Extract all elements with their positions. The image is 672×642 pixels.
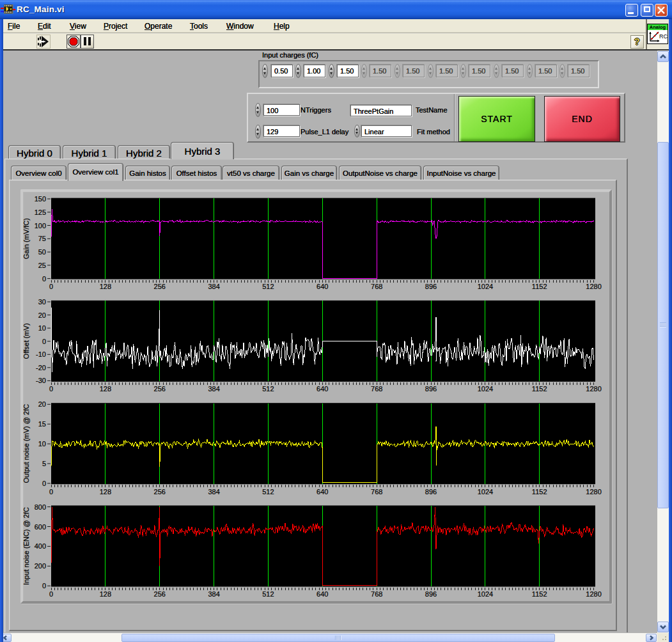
svg-text:384: 384 — [208, 488, 219, 496]
svg-text:512: 512 — [262, 488, 274, 496]
svg-text:512: 512 — [262, 590, 274, 598]
svg-text:50: 50 — [38, 248, 46, 256]
svg-text:1280: 1280 — [586, 488, 601, 496]
svg-text:640: 640 — [316, 385, 328, 393]
svg-text:800: 800 — [35, 503, 46, 511]
svg-text:640: 640 — [316, 488, 328, 496]
svg-text:200: 200 — [35, 562, 46, 570]
svg-text:896: 896 — [425, 488, 437, 496]
svg-text:768: 768 — [371, 385, 382, 393]
svg-text:1024: 1024 — [478, 488, 493, 496]
svg-text:0: 0 — [42, 275, 46, 283]
svg-text:1280: 1280 — [586, 385, 601, 393]
svg-text:256: 256 — [154, 283, 166, 290]
svg-text:15: 15 — [38, 420, 46, 428]
svg-text:20: 20 — [38, 311, 46, 319]
svg-text:150: 150 — [35, 195, 46, 203]
svg-text:640: 640 — [316, 283, 328, 290]
svg-text:20: 20 — [38, 400, 46, 408]
svg-text:1024: 1024 — [478, 385, 493, 393]
svg-text:512: 512 — [262, 385, 274, 393]
svg-text:1152: 1152 — [532, 590, 547, 598]
svg-text:25: 25 — [38, 262, 46, 269]
svg-text:-10: -10 — [36, 350, 46, 358]
svg-text:896: 896 — [425, 590, 437, 598]
svg-text:256: 256 — [154, 488, 166, 496]
svg-text:0: 0 — [42, 480, 46, 487]
svg-text:768: 768 — [371, 590, 382, 598]
svg-text:Output noise (mV) @ 2fC: Output noise (mV) @ 2fC — [22, 404, 30, 483]
svg-text:128: 128 — [100, 385, 111, 393]
svg-text:1152: 1152 — [532, 385, 547, 393]
svg-text:896: 896 — [425, 283, 437, 290]
svg-text:256: 256 — [154, 385, 166, 393]
svg-text:768: 768 — [371, 488, 382, 496]
svg-text:384: 384 — [208, 283, 219, 290]
svg-text:0: 0 — [42, 338, 46, 345]
svg-text:0: 0 — [49, 488, 53, 496]
svg-text:-30: -30 — [36, 377, 46, 384]
svg-text:1152: 1152 — [532, 488, 547, 496]
svg-text:128: 128 — [100, 283, 111, 290]
svg-text:640: 640 — [316, 590, 328, 598]
svg-text:512: 512 — [262, 283, 274, 290]
svg-text:30: 30 — [38, 298, 46, 306]
svg-text:400: 400 — [35, 542, 46, 550]
svg-text:Offset (mV): Offset (mV) — [22, 323, 30, 359]
svg-text:0: 0 — [49, 590, 53, 598]
svg-text:1024: 1024 — [478, 283, 493, 290]
svg-text:256: 256 — [154, 590, 166, 598]
svg-text:1024: 1024 — [478, 590, 493, 598]
svg-text:384: 384 — [208, 385, 219, 393]
svg-text:1280: 1280 — [586, 283, 601, 290]
svg-text:0: 0 — [49, 283, 53, 290]
svg-text:-20: -20 — [36, 364, 46, 372]
svg-text:Gain (mV/fC): Gain (mV/fC) — [22, 218, 30, 259]
svg-text:128: 128 — [100, 590, 111, 598]
svg-text:1152: 1152 — [532, 283, 547, 290]
svg-text:125: 125 — [35, 208, 46, 216]
svg-text:100: 100 — [35, 222, 46, 230]
svg-text:Input noise (ENC) @ 2fC: Input noise (ENC) @ 2fC — [22, 507, 30, 585]
svg-text:0: 0 — [49, 385, 53, 393]
svg-text:5: 5 — [42, 460, 46, 467]
svg-text:10: 10 — [38, 440, 46, 448]
svg-text:768: 768 — [371, 283, 382, 290]
svg-text:1280: 1280 — [586, 590, 601, 598]
svg-text:10: 10 — [38, 324, 46, 332]
svg-text:75: 75 — [38, 235, 46, 242]
svg-text:600: 600 — [35, 523, 46, 531]
svg-text:896: 896 — [425, 385, 437, 393]
svg-text:128: 128 — [100, 488, 111, 496]
svg-text:384: 384 — [208, 590, 219, 598]
svg-text:0: 0 — [42, 582, 46, 590]
